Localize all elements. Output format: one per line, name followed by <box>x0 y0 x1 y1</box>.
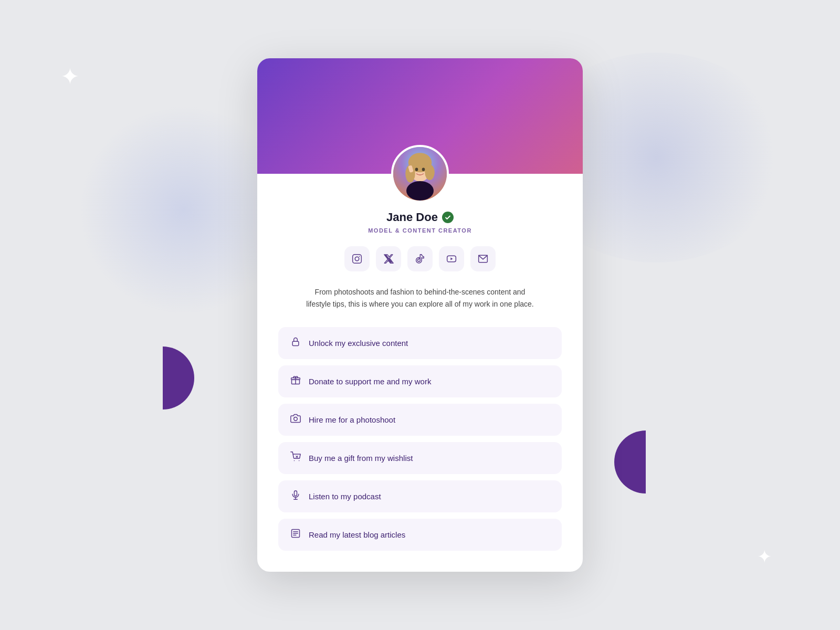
svg-point-10 <box>355 257 359 261</box>
email-button[interactable] <box>470 246 496 271</box>
profile-name: Jane Doe <box>386 211 438 224</box>
avatar-wrapper <box>391 145 449 203</box>
svg-point-7 <box>422 167 425 171</box>
link-blog[interactable]: Read my latest blog articles <box>278 519 562 551</box>
gift-icon <box>290 375 301 388</box>
link-wishlist-label: Buy me a gift from my wishlist <box>309 454 413 463</box>
profile-card: Jane Doe MODEL & CONTENT CREATOR <box>257 58 583 572</box>
twitter-x-button[interactable] <box>376 246 401 271</box>
link-podcast[interactable]: Listen to my podcast <box>278 480 562 512</box>
card-header <box>257 58 583 174</box>
mic-icon <box>290 490 301 503</box>
sparkle-bottom-right: ✦ <box>757 546 772 567</box>
link-exclusive-content-label: Unlock my exclusive content <box>309 339 408 348</box>
instagram-button[interactable] <box>344 246 370 271</box>
social-icons-row <box>344 246 496 271</box>
half-circle-left <box>131 346 194 410</box>
svg-point-6 <box>415 167 418 171</box>
svg-marker-13 <box>450 257 453 260</box>
profile-subtitle: MODEL & CONTENT CREATOR <box>368 227 472 234</box>
profile-bio: From photoshoots and fashion to behind-t… <box>304 286 536 310</box>
svg-point-18 <box>294 417 298 421</box>
svg-point-20 <box>299 460 300 461</box>
links-list: Unlock my exclusive content Donate to su… <box>278 327 562 551</box>
svg-point-5 <box>406 181 434 201</box>
link-blog-label: Read my latest blog articles <box>309 530 405 539</box>
card-body: Jane Doe MODEL & CONTENT CREATOR <box>257 174 583 572</box>
svg-rect-15 <box>292 341 299 345</box>
link-donate[interactable]: Donate to support me and my work <box>278 365 562 397</box>
article-icon <box>290 528 301 541</box>
sparkle-top-left: ✦ <box>60 63 80 90</box>
svg-point-19 <box>294 460 295 461</box>
link-donate-label: Donate to support me and my work <box>309 377 431 386</box>
name-row: Jane Doe <box>386 211 454 224</box>
tiktok-button[interactable] <box>407 246 433 271</box>
verified-badge <box>442 212 454 223</box>
link-podcast-label: Listen to my podcast <box>309 492 381 501</box>
svg-rect-9 <box>353 255 362 264</box>
avatar-image <box>393 145 447 203</box>
svg-point-11 <box>359 256 360 257</box>
half-circle-right <box>614 430 677 494</box>
link-photoshoot-label: Hire me for a photoshoot <box>309 415 395 424</box>
link-photoshoot[interactable]: Hire me for a photoshoot <box>278 404 562 436</box>
wishlist-icon <box>290 452 301 465</box>
link-wishlist[interactable]: Buy me a gift from my wishlist <box>278 442 562 474</box>
youtube-button[interactable] <box>439 246 464 271</box>
svg-point-4 <box>425 164 435 180</box>
avatar <box>393 147 447 201</box>
camera-icon <box>290 413 301 426</box>
svg-rect-21 <box>295 491 297 496</box>
link-exclusive-content[interactable]: Unlock my exclusive content <box>278 327 562 359</box>
lock-icon <box>290 337 301 350</box>
